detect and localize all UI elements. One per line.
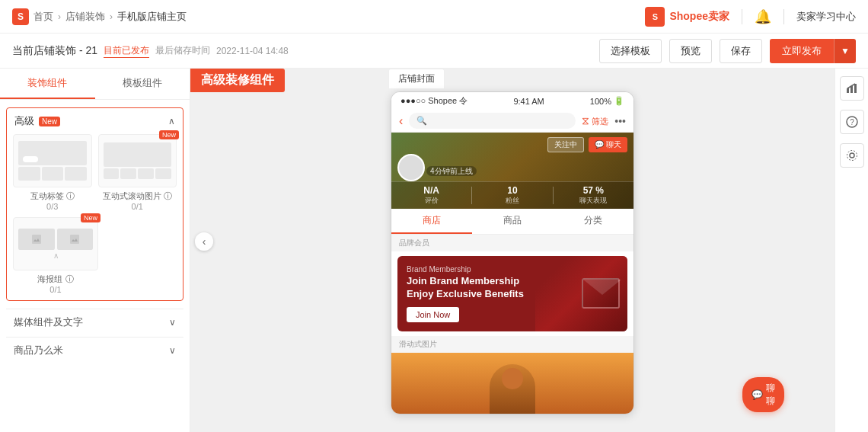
media-collapse-icon: ∨ <box>169 317 176 328</box>
phone-search-input[interactable]: 🔍 <box>409 113 576 129</box>
advanced-section-header[interactable]: 高级 New ∧ <box>7 108 183 134</box>
tab-shop[interactable]: 商店 <box>391 209 472 234</box>
person-head <box>502 368 523 389</box>
tab-template-component[interactable]: 模板组件 <box>95 69 190 99</box>
shop-avatar <box>397 154 425 181</box>
brand-membership-banner: Brand Membership Join Brand Membership E… <box>397 256 627 331</box>
shopee-logo: S <box>12 8 29 25</box>
status-battery: 100% 🔋 <box>590 96 624 106</box>
products-collapse-icon: ∨ <box>169 345 176 356</box>
join-now-btn[interactable]: Join Now <box>407 307 459 322</box>
collapse-icon: ∧ <box>168 116 175 126</box>
poster-row: New ∧ <box>7 217 183 300</box>
store-front-tab[interactable]: 店铺封面 <box>388 69 445 88</box>
left-nav-arrow[interactable]: ‹ <box>195 232 213 251</box>
store-name: 当前店铺装饰 - 21 <box>12 44 97 58</box>
stat-followers: 10 粉丝 <box>472 185 552 206</box>
filter-label[interactable]: ⧖ 筛选 <box>582 114 608 127</box>
phone-tabs: 商店 商品 分类 <box>391 209 633 235</box>
media-section-title: 媒体组件及文字 <box>14 315 83 329</box>
brand-subtitle: Brand Membership <box>407 265 618 274</box>
sub-header-right: 选择模板 预览 保存 立即发布 ▼ <box>599 39 856 63</box>
poster-new-badge: New <box>81 213 101 222</box>
carousel-new-badge: New <box>159 130 179 139</box>
breadcrumb-sep1: › <box>58 11 61 22</box>
seller-center-btn[interactable]: 卖家学习中心 <box>796 10 856 24</box>
svg-rect-0 <box>32 235 41 244</box>
preview-btn[interactable]: 预览 <box>669 39 712 63</box>
publish-arrow-btn[interactable]: ▼ <box>834 39 856 63</box>
question-btn[interactable]: ? <box>840 110 864 134</box>
carousel-item[interactable]: New <box>98 134 177 211</box>
stat-chat: 57 % 聊天表现 <box>554 185 633 206</box>
save-time-value: 2022-11-04 14:48 <box>216 46 289 56</box>
new-badge: New <box>39 117 60 126</box>
products-section[interactable]: 商品乃么米 ∨ <box>6 337 183 363</box>
follow-btn[interactable]: 关注中 <box>547 137 584 152</box>
phone-search-bar: ‹ 🔍 ⧖ 筛选 ••• <box>391 110 633 133</box>
tab-decor-component[interactable]: 装饰组件 <box>0 69 95 99</box>
shopee-brand-text: Shopee卖家 <box>669 10 729 24</box>
status-signal: ●●●○○ Shopee 令 <box>400 95 468 107</box>
top-nav: S 首页 › 店铺装饰 › 手机版店铺主页 S Shopee卖家 🔔 卖家学习中… <box>0 0 868 34</box>
svg-point-7 <box>850 153 854 158</box>
breadcrumb-store-decor[interactable]: 店铺装饰 <box>65 10 105 24</box>
interactive-tag-label: 互动标签 ⓘ <box>13 190 92 202</box>
svg-rect-3 <box>850 86 853 93</box>
person-silhouette <box>490 364 535 414</box>
center-content: 高级装修组件 ‹ 店铺封面 ●●●○○ Shopee 令 9:41 AM 100… <box>190 69 834 432</box>
publish-btn[interactable]: 立即发布 <box>770 39 834 63</box>
shop-action-btns: 关注中 💬 聊天 <box>547 137 627 152</box>
interactive-tag-count: 0/3 <box>13 202 92 211</box>
top-nav-right: S Shopee卖家 🔔 卖家学习中心 <box>645 7 856 27</box>
interactive-tag-item[interactable]: 互动标签 ⓘ 0/3 <box>13 134 92 211</box>
component-grid: 互动标签 ⓘ 0/3 New <box>7 134 183 217</box>
chart-btn[interactable] <box>840 76 864 101</box>
chart-icon <box>846 82 858 94</box>
shopee-brand: S Shopee卖家 <box>645 7 729 27</box>
publish-group: 立即发布 ▼ <box>770 39 856 63</box>
carousel-count: 0/1 <box>98 202 177 211</box>
shop-stats: N/A 评价 10 粉丝 57 % 聊天表现 <box>391 181 633 209</box>
carousel-label: 互动式滚动图片 ⓘ <box>98 190 177 202</box>
notification-btn[interactable]: 🔔 <box>755 8 771 25</box>
save-btn[interactable]: 保存 <box>720 39 762 63</box>
svg-point-8 <box>847 151 857 161</box>
chat-float-inner[interactable]: 💬 聊聊 <box>742 377 784 412</box>
template-btn[interactable]: 选择模板 <box>599 39 662 63</box>
svg-rect-2 <box>847 88 849 93</box>
sub-header-left: 当前店铺装饰 - 21 目前已发布 最后储存时间 2022-11-04 14:4… <box>12 44 587 58</box>
advanced-decoration-label: 高级装修组件 <box>190 69 285 92</box>
breadcrumb-home[interactable]: 首页 <box>34 10 53 24</box>
published-badge[interactable]: 目前已发布 <box>104 44 149 58</box>
person-image <box>391 353 633 414</box>
status-time: 9:41 AM <box>513 97 544 106</box>
divider <box>742 9 742 24</box>
chat-btn[interactable]: 💬 聊天 <box>589 137 627 152</box>
left-sidebar: 装饰组件 模板组件 高级 New ∧ <box>0 69 190 432</box>
svg-rect-4 <box>854 84 857 93</box>
brand-heading1: Join Brand Membership <box>407 275 618 288</box>
section-title: 高级 <box>14 114 34 128</box>
online-status: 4分钟前上线 <box>426 165 477 177</box>
stat-review: N/A 评价 <box>391 185 471 206</box>
more-icon[interactable]: ••• <box>614 115 626 127</box>
poster-item[interactable]: New ∧ <box>13 217 98 294</box>
poster-card: New ∧ <box>13 217 98 270</box>
svg-text:?: ? <box>850 118 854 126</box>
sub-header: 当前店铺装饰 - 21 目前已发布 最后储存时间 2022-11-04 14:4… <box>0 34 868 69</box>
sidebar-tabs: 装饰组件 模板组件 <box>0 69 190 100</box>
settings-btn[interactable] <box>840 143 864 168</box>
media-section[interactable]: 媒体组件及文字 ∨ <box>6 309 183 335</box>
interactive-tag-card <box>13 134 92 187</box>
tab-category[interactable]: 分类 <box>553 209 633 234</box>
tab-products[interactable]: 商品 <box>472 209 553 234</box>
brand-heading2: Enjoy Exclusive Benefits <box>407 288 618 301</box>
chat-icon: 💬 <box>752 389 763 400</box>
divider2 <box>783 9 784 24</box>
phone-back-btn[interactable]: ‹ <box>399 114 403 128</box>
phone-frame: ●●●○○ Shopee 令 9:41 AM 100% 🔋 ‹ 🔍 ⧖ 筛选 •… <box>391 91 634 414</box>
chat-text: 聊聊 <box>766 382 775 408</box>
advanced-section: 高级 New ∧ <box>6 107 183 301</box>
settings-icon <box>846 149 858 162</box>
